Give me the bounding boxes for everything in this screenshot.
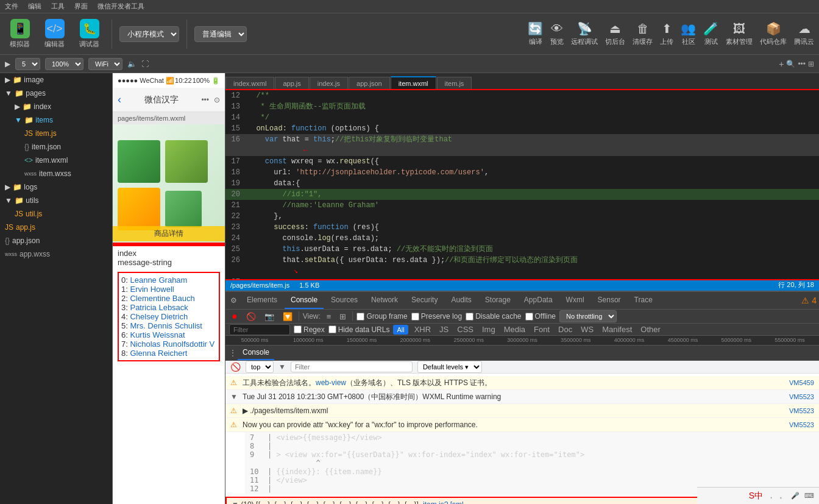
file-tree-index[interactable]: ▶📁 index: [0, 100, 112, 113]
network-select[interactable]: WiFi: [88, 58, 122, 70]
xhr-filter-button[interactable]: XHR: [412, 324, 433, 335]
console-level-select[interactable]: Default levels ▾: [417, 361, 482, 373]
phone-back-icon[interactable]: ‹: [118, 93, 121, 106]
file-tree-app-wxss[interactable]: wxssapp.wxss: [0, 247, 112, 261]
menu-tools[interactable]: 工具: [51, 2, 65, 11]
clear-cache-button[interactable]: 🗑 清缓存: [633, 22, 653, 46]
all-filter-button[interactable]: All: [393, 325, 408, 335]
console-context-select[interactable]: top: [246, 361, 274, 373]
file-tree-items[interactable]: ▼📁 items: [0, 113, 112, 127]
menu-devtools[interactable]: 微信开发者工具: [98, 2, 144, 11]
file-tree-app-js[interactable]: JSapp.js: [0, 221, 112, 234]
img-filter-button[interactable]: Img: [480, 324, 498, 335]
tab-security[interactable]: Security: [405, 292, 444, 309]
community-button[interactable]: 👥 社区: [681, 21, 696, 46]
css-filter-button[interactable]: CSS: [455, 324, 476, 335]
tab-sensor[interactable]: Sensor: [592, 292, 627, 309]
menu-edit[interactable]: 编辑: [28, 2, 41, 11]
file-tree-item-wxml[interactable]: <>item.wxml: [0, 154, 112, 167]
file-tree-pages[interactable]: ▼📁 pages: [0, 87, 112, 100]
cut-tab-button[interactable]: ⏏ 切后台: [605, 21, 625, 46]
tab-index-js[interactable]: index.js: [310, 77, 348, 90]
file-tree-item-wxss[interactable]: wxssitem.wxss: [0, 167, 112, 180]
search-icon[interactable]: 🔍: [786, 60, 795, 68]
editor-button[interactable]: </> 编辑器: [40, 16, 69, 51]
tab-sources[interactable]: Sources: [325, 292, 364, 309]
tab-trace[interactable]: Trace: [628, 292, 659, 309]
compile-select[interactable]: 普通编辑: [194, 26, 247, 42]
camera-button[interactable]: 📷: [262, 311, 277, 322]
tab-wxml[interactable]: Wxml: [560, 292, 590, 309]
ime-mic[interactable]: 🎤: [791, 492, 800, 500]
media-filter-button[interactable]: Media: [502, 324, 528, 335]
file-tree-item-js[interactable]: JSitem.js: [0, 127, 112, 140]
attr-warning-link[interactable]: VM5523: [789, 419, 814, 430]
upload-button[interactable]: ⬆ 上传: [660, 21, 673, 46]
preserve-log-input[interactable]: [411, 313, 419, 321]
manifest-filter-button[interactable]: Manifest: [600, 324, 634, 335]
devtools-settings-icon[interactable]: ⚙: [228, 294, 239, 307]
preview-button[interactable]: 👁 预览: [550, 22, 564, 46]
tab-item-js[interactable]: item.js: [437, 77, 472, 90]
network-filter-input[interactable]: [229, 324, 290, 335]
file-tree-utils[interactable]: ▼📁 utils: [0, 194, 112, 207]
tab-network[interactable]: Network: [365, 292, 404, 309]
group-frame-input[interactable]: [356, 313, 364, 321]
regex-checkbox[interactable]: Regex: [294, 325, 325, 334]
tab-storage[interactable]: Storage: [479, 292, 517, 309]
warning-link-1[interactable]: VM5459: [789, 377, 814, 388]
file-tree-item-json[interactable]: {}item.json: [0, 140, 112, 154]
tab-console[interactable]: Console: [285, 292, 324, 309]
menu-interface[interactable]: 界面: [74, 2, 88, 11]
file-warning-link[interactable]: VM5523: [789, 405, 814, 416]
file-tree-logs[interactable]: ▶📁 logs: [0, 180, 112, 194]
hide-data-urls-input[interactable]: [328, 325, 336, 333]
file-tree-app-json[interactable]: {}app.json: [0, 234, 112, 247]
more-icon[interactable]: •••: [798, 60, 806, 68]
remote-debug-button[interactable]: 📡 远程调试: [571, 21, 598, 46]
code-repo-button[interactable]: 📦 代码仓库: [760, 21, 787, 46]
filter-button[interactable]: 🔽: [280, 311, 295, 322]
js-filter-button[interactable]: JS: [437, 324, 451, 335]
file-tree-util-js[interactable]: JSutil.js: [0, 207, 112, 221]
disable-cache-checkbox[interactable]: Disable cache: [466, 312, 521, 321]
tab-app-json[interactable]: app.json: [349, 77, 390, 90]
fullscreen-icon[interactable]: ⛶: [141, 60, 149, 68]
tab-index-wxml[interactable]: index.wxml: [225, 77, 274, 90]
runtime-link[interactable]: VM5523: [789, 391, 814, 402]
file-tree-image[interactable]: ▶📁 image: [0, 73, 112, 87]
regex-input[interactable]: [294, 325, 302, 333]
grid-view-button[interactable]: ⊞: [337, 311, 349, 322]
other-filter-button[interactable]: Other: [638, 324, 663, 335]
mode-select[interactable]: 小程序模式: [119, 26, 179, 42]
data-count-link[interactable]: item.js? [sml: [423, 500, 464, 504]
phone-more-icon[interactable]: •••: [201, 96, 209, 104]
code-editor[interactable]: 12 /** 13 * 生命周期函数--监听页面加载 14 */ 15 onLo…: [225, 90, 819, 279]
preserve-log-checkbox[interactable]: Preserve log: [411, 312, 462, 321]
page-num-select[interactable]: 5: [15, 58, 40, 70]
console-clear-button[interactable]: 🚫: [230, 362, 241, 372]
font-filter-button[interactable]: Font: [531, 324, 552, 335]
simulator-button[interactable]: 📱 模拟器: [5, 16, 35, 51]
offline-input[interactable]: [525, 313, 533, 321]
hide-data-urls-checkbox[interactable]: Hide data URLs: [328, 325, 390, 334]
zoom-select[interactable]: 100%: [45, 58, 83, 70]
tab-item-wxml[interactable]: item.wxml: [391, 76, 436, 90]
list-view-button[interactable]: ≡: [324, 311, 334, 322]
doc-filter-button[interactable]: Doc: [556, 324, 575, 335]
phone-camera-icon[interactable]: ⊙: [214, 96, 220, 104]
compile-button[interactable]: 🔄 编译: [528, 21, 543, 46]
record-button[interactable]: ●: [229, 310, 240, 323]
clear-button[interactable]: 🚫: [244, 311, 258, 322]
offline-checkbox[interactable]: Offline: [525, 312, 556, 321]
tab-app-js[interactable]: app.js: [275, 77, 308, 90]
tencent-cloud-button[interactable]: ☁ 腾讯云: [794, 21, 814, 46]
menu-file[interactable]: 文件: [5, 2, 18, 11]
sound-icon[interactable]: 🔈: [127, 60, 136, 68]
tab-appdata[interactable]: AppData: [518, 292, 559, 309]
tab-audits[interactable]: Audits: [445, 292, 477, 309]
disable-cache-input[interactable]: [466, 313, 473, 321]
group-frame-checkbox[interactable]: Group frame: [356, 312, 407, 321]
debugger-button[interactable]: 🐛 调试器: [74, 16, 104, 51]
test-button[interactable]: 🧪 测试: [703, 21, 718, 46]
